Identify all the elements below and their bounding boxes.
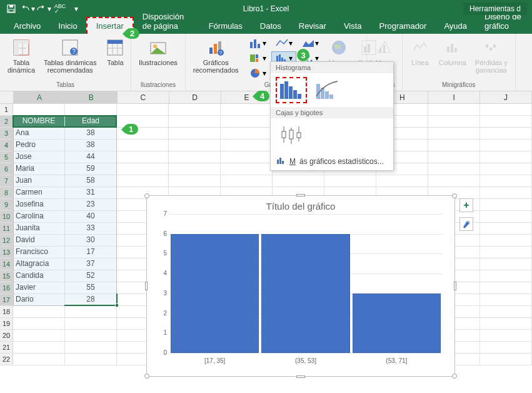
row-header-1[interactable]: 1: [0, 104, 13, 116]
cell-B15[interactable]: 52: [65, 270, 117, 282]
row-header-8[interactable]: 8: [0, 187, 13, 199]
undo-icon[interactable]: ▾: [20, 2, 35, 16]
cell-B7[interactable]: 58: [65, 175, 117, 187]
cell-J9[interactable]: [480, 199, 532, 211]
row-header-17[interactable]: 17: [0, 294, 13, 306]
row-header-18[interactable]: 18: [0, 306, 13, 318]
hierarchy-chart-icon[interactable]: ▾: [245, 51, 270, 65]
cell-J19[interactable]: [480, 318, 532, 330]
cell-I7[interactable]: [428, 175, 480, 187]
save-icon[interactable]: [4, 2, 19, 16]
cell-D3[interactable]: [169, 128, 221, 140]
row-header-16[interactable]: 16: [0, 282, 13, 294]
cell-A1[interactable]: [13, 104, 65, 116]
table-button[interactable]: Tabla: [103, 36, 128, 68]
cell-B10[interactable]: 40: [65, 211, 117, 223]
cell-J17[interactable]: [480, 294, 532, 306]
row-header-4[interactable]: 4: [0, 140, 13, 151]
cell-B4[interactable]: 38: [65, 140, 117, 151]
cell-E2[interactable]: [221, 116, 273, 128]
cell-D6[interactable]: [169, 163, 221, 175]
cell-B20[interactable]: [65, 330, 117, 342]
cell-D2[interactable]: [169, 116, 221, 128]
tab-vista[interactable]: Vista: [335, 18, 371, 34]
chart-elements-button[interactable]: +: [459, 198, 473, 212]
cell-D7[interactable]: [169, 175, 221, 187]
chart-bar-0[interactable]: [171, 234, 259, 353]
cell-B5[interactable]: 44: [65, 151, 117, 163]
row-header-13[interactable]: 13: [0, 247, 13, 258]
tab-programador[interactable]: Programador: [371, 18, 436, 34]
pie-chart-icon[interactable]: ▾: [245, 66, 270, 80]
select-all-corner[interactable]: [0, 91, 14, 103]
cell-G7[interactable]: [324, 175, 376, 187]
cell-B8[interactable]: 31: [65, 187, 117, 199]
cell-J13[interactable]: [480, 247, 532, 258]
cell-E6[interactable]: [221, 163, 273, 175]
col-header-D[interactable]: D: [169, 91, 221, 103]
chart-styles-button[interactable]: [459, 217, 473, 231]
cell-J3[interactable]: [480, 128, 532, 140]
cell-A22[interactable]: [13, 354, 65, 365]
cell-A18[interactable]: [13, 306, 65, 318]
more-stat-charts-option[interactable]: Más gráficos estadísticos...: [271, 152, 393, 170]
cell-B17[interactable]: 28: [65, 294, 117, 306]
cell-H7[interactable]: [376, 175, 428, 187]
cell-B1[interactable]: [65, 104, 117, 116]
chart-title[interactable]: Título del gráfico: [147, 196, 454, 214]
cell-I6[interactable]: [428, 163, 480, 175]
cell-D5[interactable]: [169, 151, 221, 163]
cell-J16[interactable]: [480, 282, 532, 294]
cell-B19[interactable]: [65, 318, 117, 330]
cell-D1[interactable]: [169, 104, 221, 116]
cell-J6[interactable]: [480, 163, 532, 175]
chart-bar-1[interactable]: [261, 234, 349, 353]
row-header-2[interactable]: 2: [0, 116, 13, 128]
line-chart-icon[interactable]: ▾: [271, 36, 296, 50]
row-header-5[interactable]: 5: [0, 151, 13, 163]
cell-B6[interactable]: 59: [65, 163, 117, 175]
cell-J10[interactable]: [480, 211, 532, 223]
tab-inicio[interactable]: Inicio: [49, 18, 86, 34]
row-header-11[interactable]: 11: [0, 223, 13, 235]
tab-revisar[interactable]: Revisar: [290, 18, 335, 34]
pivot-table-button[interactable]: Tabla dinámica: [5, 36, 38, 75]
cell-A16[interactable]: Javier: [13, 282, 65, 294]
sparkline-line-button[interactable]: Línea: [408, 36, 433, 68]
area-chart-icon[interactable]: ▾: [298, 36, 323, 50]
cell-A14[interactable]: Altagracia: [13, 258, 65, 270]
spellcheck-icon[interactable]: ABC✓: [53, 2, 68, 16]
cell-C4[interactable]: [117, 140, 169, 151]
row-header-21[interactable]: 21: [0, 342, 13, 354]
cell-A10[interactable]: Carolina: [13, 211, 65, 223]
cell-B21[interactable]: [65, 342, 117, 354]
cell-I3[interactable]: [428, 128, 480, 140]
col-header-A[interactable]: A: [14, 91, 66, 103]
row-header-7[interactable]: 7: [0, 175, 13, 187]
cell-C6[interactable]: [117, 163, 169, 175]
cell-J2[interactable]: [480, 116, 532, 128]
tab-archivo[interactable]: Archivo: [5, 18, 49, 34]
cell-I1[interactable]: [428, 104, 480, 116]
cell-A15[interactable]: Candida: [13, 270, 65, 282]
cell-A4[interactable]: Pedro: [13, 140, 65, 151]
cell-F7[interactable]: [273, 175, 324, 187]
column-chart-icon[interactable]: ▾: [245, 36, 270, 50]
cell-J11[interactable]: [480, 223, 532, 235]
cell-J21[interactable]: [480, 342, 532, 354]
cell-B3[interactable]: 38: [65, 128, 117, 140]
cell-A2[interactable]: NOMBRE: [13, 116, 65, 128]
cell-A9[interactable]: Josefina: [13, 199, 65, 211]
cell-E1[interactable]: [221, 104, 273, 116]
row-header-3[interactable]: 3: [0, 128, 13, 140]
embedded-chart[interactable]: + Título del gráfico 01234567[17, 35](35…: [146, 195, 455, 377]
cell-B22[interactable]: [65, 354, 117, 365]
cell-J7[interactable]: [480, 175, 532, 187]
cell-A3[interactable]: Ana: [13, 128, 65, 140]
chart-plot-area[interactable]: 01234567[17, 35](35, 53](53, 71]: [169, 214, 442, 353]
cell-J15[interactable]: [480, 270, 532, 282]
cell-A11[interactable]: Juanita: [13, 223, 65, 235]
cell-E3[interactable]: [221, 128, 273, 140]
cell-B2[interactable]: Edad: [65, 116, 117, 128]
cell-A19[interactable]: [13, 318, 65, 330]
